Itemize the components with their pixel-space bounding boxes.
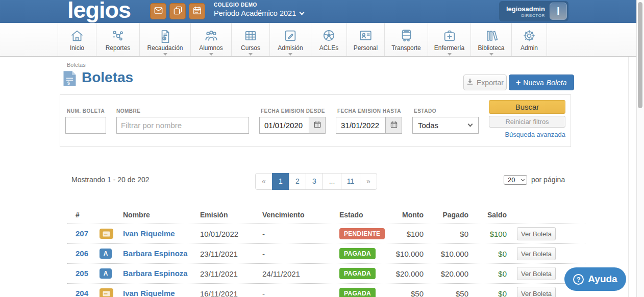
student-name-link[interactable]: Barbara Espinoza bbox=[123, 249, 188, 258]
emision-date: 23/11/2021 bbox=[200, 269, 262, 278]
period-dropdown[interactable]: Periodo Académico 2021 bbox=[214, 9, 304, 17]
vencimiento-date: - bbox=[262, 289, 339, 297]
monto-value: $100 bbox=[395, 230, 424, 238]
fecha-desde-calendar-button[interactable] bbox=[309, 117, 326, 134]
boleta-number-link[interactable]: 206 bbox=[76, 249, 88, 258]
calendar-button[interactable] bbox=[189, 3, 205, 19]
pager-page-2[interactable]: 2 bbox=[289, 173, 306, 190]
col-header-saldo: Saldo bbox=[468, 211, 507, 219]
user-name: legiosadmin bbox=[506, 5, 545, 13]
messages-button[interactable] bbox=[150, 3, 166, 19]
per-page-value: 20 bbox=[508, 176, 515, 184]
student-name-link[interactable]: Ivan Riquelme bbox=[123, 229, 175, 238]
new-boleta-button[interactable]: + Nueva Boleta bbox=[509, 75, 574, 90]
table-row: 204 Ivan Riquelme 16/11/2021 - PAGADA $5… bbox=[67, 284, 585, 297]
boletas-table: # Nombre Emisión Vencimiento Estado Mont… bbox=[67, 206, 585, 297]
student-name-link[interactable]: Barbara Espinoza bbox=[123, 269, 188, 278]
pagado-value: $50 bbox=[424, 289, 468, 297]
ver-boleta-button[interactable]: Ver Boleta bbox=[517, 247, 556, 260]
estado-select[interactable]: Todas bbox=[412, 117, 479, 134]
ver-boleta-button[interactable]: Ver Boleta bbox=[517, 267, 556, 280]
content-right-border bbox=[628, 57, 629, 297]
num-boleta-input[interactable] bbox=[65, 117, 106, 134]
saldo-value: $0 bbox=[468, 269, 507, 278]
letter-a-badge: A bbox=[100, 268, 112, 279]
buscar-button[interactable]: Buscar bbox=[489, 100, 565, 114]
boleta-number-link[interactable]: 204 bbox=[76, 289, 88, 297]
boleta-number-link[interactable]: 205 bbox=[76, 269, 88, 278]
payment-card-badge bbox=[100, 229, 113, 239]
pager: « 1 2 3 ... 11 » bbox=[255, 173, 377, 190]
caret-down-icon bbox=[163, 53, 167, 56]
caret-down-icon bbox=[249, 53, 253, 56]
vertical-scrollbar[interactable] bbox=[636, 0, 644, 297]
table-header-row: # Nombre Emisión Vencimiento Estado Mont… bbox=[67, 206, 585, 224]
emision-date: 10/01/2022 bbox=[200, 230, 262, 238]
folders-icon bbox=[173, 6, 183, 17]
pager-page-1[interactable]: 1 bbox=[272, 173, 289, 190]
nav-item-recaudacion[interactable]: $ Recaudación bbox=[139, 23, 190, 56]
ver-boleta-button[interactable]: Ver Boleta bbox=[517, 287, 556, 297]
table-row: 205 A Barbara Espinoza 23/11/2021 24/11/… bbox=[67, 264, 585, 284]
status-badge: PENDIENTE bbox=[339, 228, 385, 239]
payment-card-badge bbox=[100, 288, 113, 297]
scrollbar-thumb[interactable] bbox=[638, 2, 642, 108]
user-role: DIRECTOR bbox=[506, 13, 545, 18]
fecha-hasta-calendar-button[interactable] bbox=[385, 117, 402, 134]
nav-item-acles[interactable]: ACLEs bbox=[311, 23, 346, 56]
svg-text:$: $ bbox=[67, 81, 70, 86]
monto-value: $50 bbox=[395, 289, 424, 297]
nav-item-admision[interactable]: Admisión bbox=[269, 23, 311, 56]
fecha-hasta-group bbox=[336, 117, 402, 134]
caret-down-icon bbox=[288, 53, 292, 56]
fecha-desde-input[interactable] bbox=[259, 117, 309, 134]
nav-item-enfermeria[interactable]: Enfermería bbox=[428, 23, 470, 56]
pager-page-11[interactable]: 11 bbox=[341, 173, 360, 190]
reiniciar-filtros-button[interactable]: Reiniciar filtros bbox=[489, 116, 565, 128]
export-button[interactable]: Exportar bbox=[463, 75, 507, 90]
vencimiento-date: 24/11/2021 bbox=[262, 269, 339, 278]
saldo-value: $0 bbox=[468, 289, 507, 297]
gear-icon bbox=[522, 27, 536, 44]
nav-item-transporte[interactable]: Transporte bbox=[384, 23, 428, 56]
nombre-label: NOMBRE bbox=[116, 108, 140, 114]
calendar-icon bbox=[390, 120, 398, 131]
status-badge: PAGADA bbox=[339, 268, 376, 279]
pager-next[interactable]: » bbox=[360, 173, 377, 190]
pager-page-3[interactable]: 3 bbox=[306, 173, 323, 190]
estado-label: ESTADO bbox=[414, 108, 436, 114]
per-page-label: por página bbox=[531, 176, 565, 184]
nav-item-cursos[interactable]: Cursos bbox=[231, 23, 269, 56]
pager-prev[interactable]: « bbox=[255, 173, 273, 190]
nav-item-biblioteca[interactable]: Biblioteca bbox=[470, 23, 511, 56]
nav-item-personal[interactable]: Personal bbox=[346, 23, 384, 56]
per-page-select[interactable]: 20 bbox=[504, 175, 527, 185]
busqueda-avanzada-link[interactable]: Búsqueda avanzada bbox=[489, 131, 565, 138]
documents-button[interactable] bbox=[169, 3, 186, 19]
student-name-link[interactable]: Ivan Riquelme bbox=[123, 289, 175, 297]
nav-item-admin[interactable]: Admin bbox=[511, 23, 547, 56]
letter-a-badge: A bbox=[100, 249, 112, 259]
fecha-desde-label: FECHA EMISION DESDE bbox=[261, 108, 325, 114]
first-aid-kit-icon bbox=[442, 27, 457, 44]
nav-item-alumnos[interactable]: Alumnos bbox=[190, 23, 231, 56]
soccer-ball-icon bbox=[321, 27, 336, 44]
school-selector: COLEGIO DEMO Periodo Académico 2021 bbox=[214, 2, 304, 17]
boleta-number-link[interactable]: 207 bbox=[76, 229, 88, 238]
grid-table-icon bbox=[243, 27, 258, 44]
ayuda-button[interactable]: ? Ayuda bbox=[564, 267, 626, 291]
avatar: l bbox=[550, 3, 567, 20]
fecha-hasta-label: FECHA EMISION HASTA bbox=[337, 108, 401, 114]
nav-item-inicio[interactable]: Inicio bbox=[58, 23, 96, 56]
vencimiento-date: - bbox=[262, 230, 339, 238]
col-header-vencimiento: Vencimiento bbox=[262, 211, 339, 219]
fecha-desde-group bbox=[259, 117, 326, 134]
nombre-input[interactable] bbox=[116, 117, 249, 134]
nav-item-reportes[interactable]: Reportes bbox=[96, 23, 139, 56]
fecha-hasta-input[interactable] bbox=[336, 117, 385, 134]
page-title: Boletas bbox=[82, 69, 133, 86]
ver-boleta-button[interactable]: Ver Boleta bbox=[517, 227, 556, 240]
col-header-estado: Estado bbox=[339, 211, 395, 219]
pager-ellipsis[interactable]: ... bbox=[323, 173, 341, 190]
user-menu[interactable]: legiosadmin DIRECTOR l bbox=[499, 1, 568, 21]
